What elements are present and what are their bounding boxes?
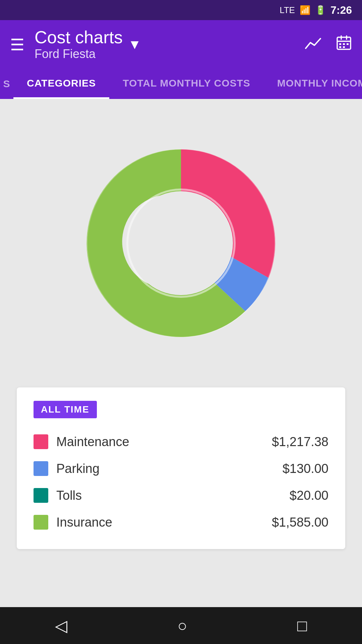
vehicle-subtitle: Ford Fiesta (35, 47, 123, 61)
app-header: ☰ Cost charts Ford Fiesta ▼ (0, 20, 362, 69)
header-title-text: Cost charts Ford Fiesta (35, 28, 123, 61)
insurance-label: Insurance (56, 515, 272, 530)
parking-value: $130.00 (283, 462, 328, 476)
dropdown-arrow-icon[interactable]: ▼ (128, 37, 141, 52)
chart-area (0, 99, 362, 387)
insurance-color-swatch (34, 515, 48, 530)
svg-point-9 (129, 191, 233, 295)
calendar-icon[interactable] (336, 35, 352, 54)
lte-icon: LTE (280, 5, 295, 15)
signal-icon: 📶 (300, 5, 310, 15)
header-title-area: Cost charts Ford Fiesta ▼ (35, 28, 295, 61)
back-button[interactable]: ◁ (55, 616, 67, 635)
tolls-color-swatch (34, 488, 48, 503)
header-actions (305, 35, 352, 54)
insurance-value: $1,585.00 (272, 515, 328, 530)
maintenance-value: $1,217.38 (272, 435, 328, 449)
svg-rect-5 (343, 43, 345, 45)
battery-icon: 🔋 (315, 5, 326, 15)
tab-s-label: S (3, 78, 10, 90)
tab-categories[interactable]: CATEGORIES (13, 69, 109, 99)
tab-monthly-income[interactable]: MONTHLY INCOME (264, 69, 362, 99)
content-area: ALL TIME Maintenance $1,217.38 Parking $… (0, 99, 362, 607)
menu-icon[interactable]: ☰ (10, 35, 24, 54)
recent-apps-button[interactable]: □ (297, 616, 307, 635)
tolls-label: Tolls (56, 488, 290, 503)
svg-rect-8 (343, 46, 345, 48)
tolls-value: $20.00 (290, 488, 328, 503)
svg-rect-6 (347, 43, 349, 45)
home-button[interactable]: ○ (177, 616, 187, 635)
status-bar: LTE 📶 🔋 7:26 (0, 0, 362, 20)
trend-icon[interactable] (305, 35, 322, 54)
all-time-badge: ALL TIME (34, 401, 97, 418)
maintenance-color-swatch (34, 434, 48, 449)
tab-monthly-income-label: MONTHLY INCOME (277, 77, 362, 89)
parking-color-swatch (34, 461, 48, 476)
list-item: Maintenance $1,217.38 (34, 428, 328, 455)
tab-s[interactable]: S (0, 69, 13, 99)
legend-card: ALL TIME Maintenance $1,217.38 Parking $… (17, 387, 345, 549)
svg-rect-7 (339, 46, 341, 48)
tab-total-monthly-costs[interactable]: TOTAL MONTHLY COSTS (109, 69, 264, 99)
tab-categories-label: CATEGORIES (27, 77, 96, 89)
svg-rect-4 (339, 43, 341, 45)
list-item: Parking $130.00 (34, 455, 328, 482)
status-icons: LTE 📶 🔋 7:26 (280, 4, 352, 16)
list-item: Tolls $20.00 (34, 482, 328, 509)
parking-label: Parking (56, 462, 283, 476)
nav-bar: ◁ ○ □ (0, 607, 362, 644)
list-item: Insurance $1,585.00 (34, 509, 328, 536)
tab-monthly-costs-label: TOTAL MONTHLY COSTS (123, 77, 250, 89)
donut-chart (80, 143, 282, 344)
maintenance-label: Maintenance (56, 435, 272, 449)
tab-bar: S CATEGORIES TOTAL MONTHLY COSTS MONTHLY… (0, 69, 362, 99)
clock: 7:26 (330, 4, 352, 16)
page-title: Cost charts (35, 28, 123, 47)
